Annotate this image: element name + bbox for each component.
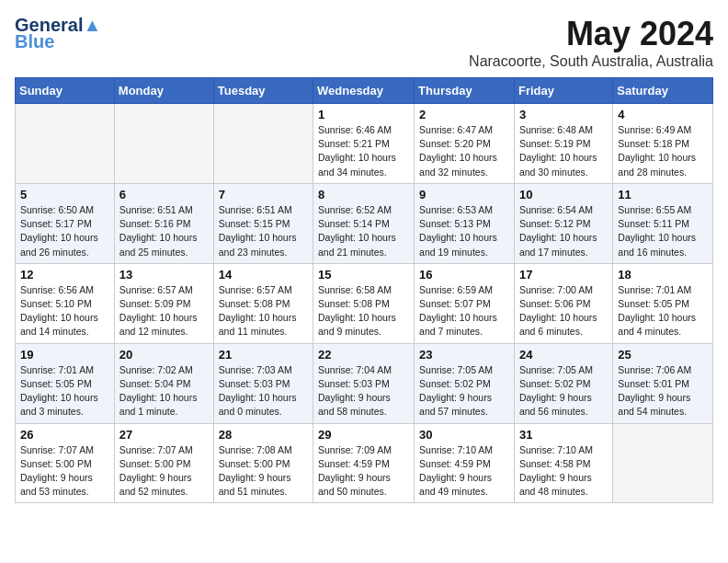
day-info: Sunrise: 7:03 AM Sunset: 5:03 PM Dayligh… [219, 363, 308, 419]
calendar-day-16: 16Sunrise: 6:59 AM Sunset: 5:07 PM Dayli… [415, 263, 515, 343]
day-number: 31 [519, 428, 608, 442]
day-number: 25 [618, 348, 708, 362]
day-info: Sunrise: 7:01 AM Sunset: 5:05 PM Dayligh… [618, 283, 708, 339]
day-number: 30 [419, 428, 509, 442]
calendar-day-20: 20Sunrise: 7:02 AM Sunset: 5:04 PM Dayli… [114, 343, 213, 423]
day-info: Sunrise: 7:02 AM Sunset: 5:04 PM Dayligh… [119, 363, 209, 419]
logo-line2: Blue [15, 31, 54, 52]
header-saturday: Saturday [613, 78, 713, 104]
calendar-week-3: 12Sunrise: 6:56 AM Sunset: 5:10 PM Dayli… [16, 263, 713, 343]
calendar-day-21: 21Sunrise: 7:03 AM Sunset: 5:03 PM Dayli… [213, 343, 313, 423]
calendar-week-5: 26Sunrise: 7:07 AM Sunset: 5:00 PM Dayli… [16, 423, 713, 503]
day-number: 24 [519, 348, 608, 362]
day-number: 11 [618, 188, 708, 201]
calendar-day-18: 18Sunrise: 7:01 AM Sunset: 5:05 PM Dayli… [613, 263, 713, 343]
day-number: 13 [119, 268, 209, 282]
day-info: Sunrise: 7:06 AM Sunset: 5:01 PM Dayligh… [618, 363, 708, 419]
calendar-week-2: 5Sunrise: 6:50 AM Sunset: 5:17 PM Daylig… [16, 183, 713, 263]
day-info: Sunrise: 6:51 AM Sunset: 5:15 PM Dayligh… [219, 203, 308, 259]
calendar-day-7: 7Sunrise: 6:51 AM Sunset: 5:15 PM Daylig… [213, 183, 313, 263]
calendar-day-27: 27Sunrise: 7:07 AM Sunset: 5:00 PM Dayli… [114, 423, 213, 503]
calendar-day-9: 9Sunrise: 6:53 AM Sunset: 5:13 PM Daylig… [415, 183, 515, 263]
day-info: Sunrise: 6:56 AM Sunset: 5:10 PM Dayligh… [20, 283, 109, 339]
day-info: Sunrise: 7:00 AM Sunset: 5:06 PM Dayligh… [519, 283, 608, 339]
day-number: 19 [20, 348, 109, 362]
calendar-day-28: 28Sunrise: 7:08 AM Sunset: 5:00 PM Dayli… [213, 423, 313, 503]
day-info: Sunrise: 7:07 AM Sunset: 5:00 PM Dayligh… [119, 443, 209, 500]
location: Naracoorte, South Australia, Australia [469, 53, 713, 70]
day-number: 7 [219, 188, 308, 201]
day-info: Sunrise: 6:54 AM Sunset: 5:12 PM Dayligh… [519, 203, 608, 259]
day-info: Sunrise: 7:10 AM Sunset: 4:58 PM Dayligh… [519, 443, 608, 500]
day-number: 8 [318, 188, 409, 201]
day-number: 23 [419, 348, 509, 362]
day-info: Sunrise: 6:57 AM Sunset: 5:08 PM Dayligh… [219, 283, 308, 339]
calendar-day-4: 4Sunrise: 6:49 AM Sunset: 5:18 PM Daylig… [613, 104, 713, 184]
day-number: 20 [119, 348, 209, 362]
day-info: Sunrise: 6:57 AM Sunset: 5:09 PM Dayligh… [119, 283, 209, 339]
day-number: 15 [318, 268, 409, 282]
calendar-day-29: 29Sunrise: 7:09 AM Sunset: 4:59 PM Dayli… [313, 423, 415, 503]
calendar-day-10: 10Sunrise: 6:54 AM Sunset: 5:12 PM Dayli… [514, 183, 612, 263]
calendar-day-25: 25Sunrise: 7:06 AM Sunset: 5:01 PM Dayli… [613, 343, 713, 423]
logo: General▲ Blue [15, 15, 101, 52]
day-info: Sunrise: 6:46 AM Sunset: 5:21 PM Dayligh… [318, 123, 409, 179]
day-info: Sunrise: 6:58 AM Sunset: 5:08 PM Dayligh… [318, 283, 409, 339]
calendar-day-24: 24Sunrise: 7:05 AM Sunset: 5:02 PM Dayli… [514, 343, 612, 423]
calendar-header-row: SundayMondayTuesdayWednesdayThursdayFrid… [16, 78, 713, 104]
day-info: Sunrise: 6:51 AM Sunset: 5:16 PM Dayligh… [119, 203, 209, 259]
day-number: 14 [219, 268, 308, 282]
day-info: Sunrise: 7:08 AM Sunset: 5:00 PM Dayligh… [219, 443, 308, 500]
calendar-day-31: 31Sunrise: 7:10 AM Sunset: 4:58 PM Dayli… [514, 423, 612, 503]
day-number: 16 [419, 268, 509, 282]
day-number: 18 [618, 268, 708, 282]
calendar-day-17: 17Sunrise: 7:00 AM Sunset: 5:06 PM Dayli… [514, 263, 612, 343]
title-section: May 2024 Naracoorte, South Australia, Au… [469, 15, 713, 70]
calendar-day-19: 19Sunrise: 7:01 AM Sunset: 5:05 PM Dayli… [16, 343, 115, 423]
day-number: 27 [119, 428, 209, 442]
day-info: Sunrise: 6:53 AM Sunset: 5:13 PM Dayligh… [419, 203, 509, 259]
day-number: 17 [519, 268, 608, 282]
day-info: Sunrise: 6:49 AM Sunset: 5:18 PM Dayligh… [618, 123, 708, 179]
month-title: May 2024 [469, 15, 713, 53]
calendar-day-22: 22Sunrise: 7:04 AM Sunset: 5:03 PM Dayli… [313, 343, 415, 423]
day-info: Sunrise: 7:01 AM Sunset: 5:05 PM Dayligh… [20, 363, 109, 419]
day-number: 6 [119, 188, 209, 201]
calendar-day-13: 13Sunrise: 6:57 AM Sunset: 5:09 PM Dayli… [114, 263, 213, 343]
calendar-day-26: 26Sunrise: 7:07 AM Sunset: 5:00 PM Dayli… [16, 423, 115, 503]
calendar-day-14: 14Sunrise: 6:57 AM Sunset: 5:08 PM Dayli… [213, 263, 313, 343]
day-info: Sunrise: 7:10 AM Sunset: 4:59 PM Dayligh… [419, 443, 509, 500]
day-info: Sunrise: 6:50 AM Sunset: 5:17 PM Dayligh… [20, 203, 109, 259]
header-sunday: Sunday [16, 78, 115, 104]
day-number: 26 [20, 428, 109, 442]
day-number: 21 [219, 348, 308, 362]
header-monday: Monday [114, 78, 213, 104]
day-number: 29 [318, 428, 409, 442]
day-number: 22 [318, 348, 409, 362]
header-wednesday: Wednesday [313, 78, 415, 104]
calendar-empty-cell [613, 423, 713, 503]
calendar-day-1: 1Sunrise: 6:46 AM Sunset: 5:21 PM Daylig… [313, 104, 415, 184]
day-number: 28 [219, 428, 308, 442]
day-info: Sunrise: 6:59 AM Sunset: 5:07 PM Dayligh… [419, 283, 509, 339]
calendar-day-2: 2Sunrise: 6:47 AM Sunset: 5:20 PM Daylig… [415, 104, 515, 184]
calendar-day-6: 6Sunrise: 6:51 AM Sunset: 5:16 PM Daylig… [114, 183, 213, 263]
day-number: 3 [519, 108, 608, 121]
calendar-day-30: 30Sunrise: 7:10 AM Sunset: 4:59 PM Dayli… [415, 423, 515, 503]
day-number: 2 [419, 108, 509, 121]
header-tuesday: Tuesday [213, 78, 313, 104]
day-info: Sunrise: 7:04 AM Sunset: 5:03 PM Dayligh… [318, 363, 409, 419]
day-number: 5 [20, 188, 109, 201]
day-info: Sunrise: 6:52 AM Sunset: 5:14 PM Dayligh… [318, 203, 409, 259]
calendar-empty-cell [16, 104, 115, 184]
calendar-day-12: 12Sunrise: 6:56 AM Sunset: 5:10 PM Dayli… [16, 263, 115, 343]
day-number: 4 [618, 108, 708, 121]
calendar-day-8: 8Sunrise: 6:52 AM Sunset: 5:14 PM Daylig… [313, 183, 415, 263]
header-friday: Friday [514, 78, 612, 104]
day-number: 9 [419, 188, 509, 201]
day-info: Sunrise: 7:09 AM Sunset: 4:59 PM Dayligh… [318, 443, 409, 500]
calendar-week-1: 1Sunrise: 6:46 AM Sunset: 5:21 PM Daylig… [16, 104, 713, 184]
day-info: Sunrise: 7:05 AM Sunset: 5:02 PM Dayligh… [519, 363, 608, 419]
calendar-day-3: 3Sunrise: 6:48 AM Sunset: 5:19 PM Daylig… [514, 104, 612, 184]
calendar-day-11: 11Sunrise: 6:55 AM Sunset: 5:11 PM Dayli… [613, 183, 713, 263]
